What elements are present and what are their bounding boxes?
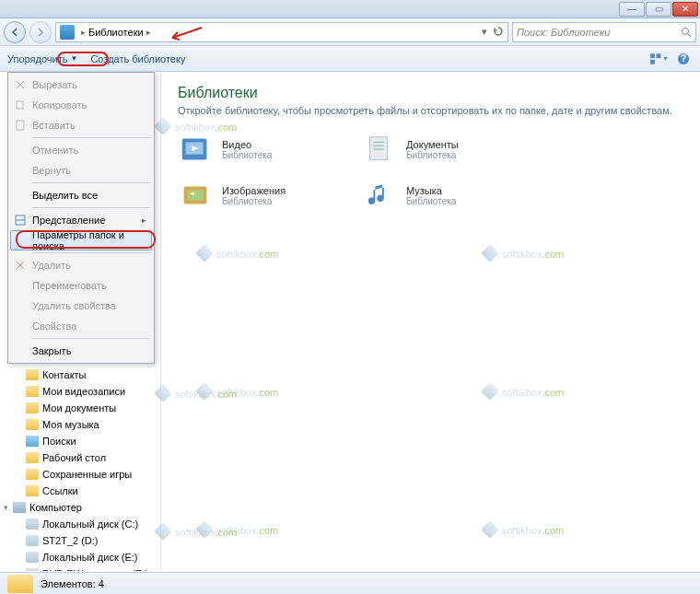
menu-view[interactable]: Представление▸ — [10, 210, 152, 230]
menu-rename: Переименовать — [10, 275, 152, 296]
folder-icon — [26, 369, 39, 380]
svg-rect-3 — [650, 59, 655, 64]
refresh-icon — [493, 26, 504, 37]
folder-icon — [26, 469, 39, 480]
maximize-button[interactable]: ▭ — [646, 2, 671, 17]
computer-icon — [13, 502, 26, 513]
svg-rect-1 — [650, 53, 655, 58]
menu-select-all[interactable]: Выделить все — [10, 185, 152, 205]
drive-icon — [26, 518, 39, 530]
tree-item-contacts[interactable]: Контакты — [0, 367, 160, 383]
help-button[interactable]: ? — [674, 50, 693, 68]
watermark: softikbox.com — [198, 385, 278, 399]
watermark: softikbox.com — [484, 523, 564, 537]
menu-redo: Вернуть — [10, 160, 152, 181]
organize-dropdown-menu: Вырезать Копировать Вставить Отменить Ве… — [7, 72, 155, 364]
delete-icon — [14, 259, 27, 272]
toolbar: Упорядочить ▼ Создать библиотеку ▼ ? — [0, 46, 700, 72]
submenu-arrow-icon: ▸ — [142, 215, 146, 225]
search-icon — [681, 27, 692, 38]
status-bar: Элементов: 4 — [0, 572, 700, 594]
drive-icon — [26, 552, 39, 563]
close-button[interactable]: ✕ — [672, 2, 698, 17]
expand-icon[interactable]: ▾ — [4, 503, 8, 512]
tree-item-st2t-d[interactable]: ST2T_2 (D:) — [0, 532, 160, 549]
search-input[interactable]: Поиск: Библиотеки — [512, 22, 696, 42]
menu-remove-properties: Удалить свойства — [10, 296, 152, 316]
organize-menu-button[interactable]: Упорядочить ▼ — [7, 53, 77, 64]
sidebar: Вырезать Копировать Вставить Отменить Ве… — [0, 72, 161, 571]
breadcrumb-dropdown[interactable]: ▾ — [482, 26, 487, 38]
watermark: softikbox.com — [484, 247, 564, 261]
menu-properties: Свойства — [10, 316, 152, 336]
library-item-music[interactable]: МузыкаБиблиотека — [362, 177, 519, 214]
window-titlebar: — ▭ ✕ — [0, 0, 700, 18]
images-library-icon — [178, 177, 215, 214]
tree-item-desktop[interactable]: Рабочий стол — [0, 449, 160, 466]
tree-item-savedgames[interactable]: Сохраненные игры — [0, 466, 160, 483]
tree-item-dvdrw-f[interactable]: DVD RW дисковод (F:) — [0, 565, 160, 571]
search-placeholder: Поиск: Библиотеки — [517, 27, 610, 38]
library-item-images[interactable]: ИзображенияБиблиотека — [178, 177, 334, 214]
arrow-right-icon — [36, 28, 45, 37]
chevron-right-icon: ▸ — [146, 28, 151, 37]
menu-undo: Отменить — [10, 140, 152, 160]
content-pane: Библиотеки Откройте библиотеку, чтобы пр… — [161, 72, 700, 571]
drive-icon — [26, 535, 39, 546]
tree-item-mymusic[interactable]: Моя музыка — [0, 416, 160, 433]
folder-icon — [26, 402, 39, 413]
svg-rect-2 — [657, 53, 661, 58]
annotation-arrow — [167, 25, 204, 43]
svg-point-0 — [682, 28, 689, 34]
tree-item-mydocs[interactable]: Мои документы — [0, 400, 160, 416]
menu-paste: Вставить — [10, 115, 152, 135]
arrow-left-icon — [10, 28, 19, 37]
minimize-button[interactable]: — — [619, 2, 645, 17]
library-item-documents[interactable]: ДокументыБиблиотека — [362, 131, 519, 168]
disc-icon — [26, 568, 39, 571]
breadcrumb[interactable]: ▸ Библиотеки ▸ ▾ — [55, 22, 508, 42]
tree-item-computer[interactable]: ▾Компьютер — [0, 499, 160, 516]
svg-rect-12 — [370, 137, 388, 160]
tree-item-links[interactable]: Ссылки — [0, 483, 160, 499]
status-item-count: Элементов: 4 — [41, 578, 104, 589]
view-icon — [650, 52, 662, 65]
back-button[interactable] — [4, 21, 26, 43]
breadcrumb-item[interactable]: Библиотеки — [88, 27, 144, 38]
menu-close[interactable]: Закрыть — [10, 341, 152, 361]
navigation-bar: ▸ Библиотеки ▸ ▾ Поиск: Библиотеки — [0, 18, 700, 46]
folder-icon — [26, 485, 39, 496]
svg-rect-7 — [17, 121, 24, 130]
tree-item-local-c[interactable]: Локальный диск (C:) — [0, 516, 160, 532]
copy-icon — [14, 99, 27, 111]
menu-copy: Копировать — [10, 95, 152, 115]
menu-cut: Вырезать — [10, 75, 152, 95]
forward-button[interactable] — [29, 21, 52, 43]
folder-icon — [7, 575, 33, 593]
chevron-down-icon: ▼ — [70, 54, 77, 63]
create-library-button[interactable]: Создать библиотеку — [90, 53, 185, 64]
watermark: softikbox.com — [198, 523, 278, 537]
cut-icon — [14, 78, 27, 91]
help-icon: ? — [677, 52, 690, 65]
tree-item-local-e[interactable]: Локальный диск (E:) — [0, 549, 160, 565]
library-item-video[interactable]: ВидеоБиблиотека — [178, 131, 334, 168]
tree-item-myvideo[interactable]: Мои видеозаписи — [0, 383, 160, 400]
paste-icon — [14, 119, 27, 132]
page-subtitle: Откройте библиотеку, чтобы просмотреть ф… — [178, 105, 683, 116]
documents-library-icon — [362, 131, 399, 168]
refresh-button[interactable] — [493, 26, 504, 39]
watermark: softikbox.com — [198, 247, 278, 261]
video-library-icon — [178, 131, 215, 168]
menu-folder-options[interactable]: Параметры папок и поиска — [10, 230, 152, 250]
menu-delete: Удалить — [10, 255, 152, 275]
view-options-button[interactable]: ▼ — [650, 50, 669, 68]
folder-icon — [26, 452, 39, 463]
music-library-icon — [362, 177, 399, 214]
svg-point-18 — [191, 192, 194, 195]
svg-rect-17 — [188, 190, 204, 200]
libraries-icon — [60, 25, 75, 40]
tree-item-searches[interactable]: Поиски — [0, 433, 160, 449]
page-title: Библиотеки — [178, 85, 683, 101]
svg-rect-6 — [17, 101, 23, 109]
